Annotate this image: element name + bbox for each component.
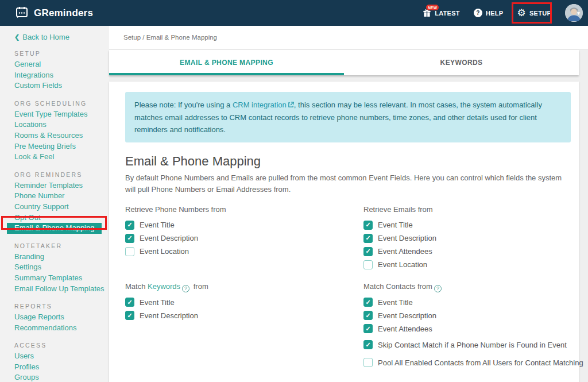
sidebar-item-email-phone-mapping[interactable]: Email & Phone Mapping bbox=[7, 223, 102, 234]
tab-keywords[interactable]: KEYWORDS bbox=[344, 50, 579, 75]
tab-email-phone-mapping[interactable]: EMAIL & PHONE MAPPING bbox=[109, 50, 344, 75]
group-label: Retrieve Phone Numbers from bbox=[125, 204, 363, 215]
sidebar-item-custom-fields[interactable]: Custom Fields bbox=[14, 80, 109, 91]
sidebar-item-groups[interactable]: Groups bbox=[14, 372, 109, 382]
breadcrumb-bar: Setup / Email & Phone Mapping bbox=[109, 26, 588, 49]
checkbox[interactable] bbox=[363, 247, 373, 256]
group-match-contacts: Match Contacts from? Event Title Event D… bbox=[363, 281, 588, 369]
sidebar-item-profiles[interactable]: Profiles bbox=[14, 362, 109, 373]
user-menu[interactable]: ▾ bbox=[565, 4, 580, 22]
tab-label: KEYWORDS bbox=[440, 59, 483, 67]
checkbox[interactable] bbox=[125, 298, 134, 307]
sidebar-item-email-follow-up-templates[interactable]: Email Follow Up Templates bbox=[14, 284, 109, 295]
checkbox[interactable] bbox=[125, 311, 134, 320]
checkbox-row-email-event-attendees[interactable]: Event Attendees bbox=[363, 245, 588, 258]
checkbox[interactable] bbox=[125, 221, 134, 230]
calendar-logo-icon bbox=[15, 5, 29, 21]
checkbox[interactable] bbox=[125, 234, 134, 243]
sidebar-item-country-support[interactable]: Country Support bbox=[14, 202, 109, 213]
checkbox[interactable] bbox=[363, 260, 373, 269]
checkbox-row-phone-event-title[interactable]: Event Title bbox=[125, 218, 363, 231]
help-icon: ? bbox=[474, 9, 482, 17]
label-text: from bbox=[191, 282, 208, 291]
tab-label: EMAIL & PHONE MAPPING bbox=[180, 59, 273, 67]
label-text: Match bbox=[125, 282, 148, 291]
sidebar-item-general[interactable]: General bbox=[14, 59, 109, 70]
checkbox-row-keywords-event-description[interactable]: Event Description bbox=[125, 309, 363, 322]
breadcrumb: Setup / Email & Phone Mapping bbox=[123, 34, 217, 41]
checkbox-row-phone-event-location[interactable]: Event Location bbox=[125, 245, 363, 258]
sidebar-item-settings[interactable]: Settings bbox=[14, 262, 109, 273]
section-header: REPORTS bbox=[14, 301, 109, 311]
sidebar-item-usage-reports[interactable]: Usage Reports bbox=[14, 312, 109, 323]
keywords-link[interactable]: Keywords bbox=[148, 282, 180, 291]
group-retrieve-emails: Retrieve Emails from Event Title Event D… bbox=[363, 204, 588, 271]
chevron-left-icon: ❮ bbox=[14, 33, 20, 41]
sidebar-section-org-reminders: ORG REMINDERS Reminder Templates Phone N… bbox=[14, 169, 109, 234]
checkbox[interactable] bbox=[125, 247, 134, 256]
checkbox-row-contacts-event-description[interactable]: Event Description bbox=[363, 309, 588, 322]
active-tab-underline bbox=[109, 73, 344, 75]
back-to-home-link[interactable]: ❮ Back to Home bbox=[14, 33, 109, 41]
checkbox[interactable] bbox=[363, 298, 373, 307]
sidebar-item-locations[interactable]: Locations bbox=[14, 119, 109, 130]
checkbox-label: Pool All Enabled Contacts from All Users… bbox=[378, 358, 583, 367]
checkbox-label: Event Description bbox=[140, 234, 198, 242]
checkbox[interactable] bbox=[363, 324, 373, 333]
label-text: Match Contacts from bbox=[363, 282, 432, 291]
checkbox[interactable] bbox=[363, 234, 373, 243]
checkbox-row-contacts-event-attendees[interactable]: Event Attendees bbox=[363, 322, 588, 335]
checkbox-row-pool-contacts[interactable]: Pool All Enabled Contacts from All Users… bbox=[363, 356, 588, 369]
sidebar-item-opt-out[interactable]: Opt Out bbox=[14, 213, 109, 223]
section-header: NOTETAKER bbox=[14, 241, 109, 251]
sidebar: ❮ Back to Home SETUP General Integration… bbox=[0, 26, 109, 382]
help-button[interactable]: ? HELP bbox=[474, 9, 504, 17]
mapping-groups: Retrieve Phone Numbers from Event Title … bbox=[125, 204, 571, 369]
sidebar-item-look-feel[interactable]: Look & Feel bbox=[14, 152, 109, 163]
sidebar-item-integrations[interactable]: Integrations bbox=[14, 70, 109, 81]
checkbox-row-skip-contact-match[interactable]: Skip Contact Match if a Phone Number is … bbox=[363, 338, 588, 352]
section-header: ACCESS bbox=[14, 340, 109, 350]
checkbox-row-keywords-event-title[interactable]: Event Title bbox=[125, 296, 363, 309]
content-area: Setup / Email & Phone Mapping EMAIL & PH… bbox=[109, 26, 588, 382]
gear-icon: ⚙ bbox=[517, 8, 526, 18]
sidebar-item-summary-templates[interactable]: Summary Templates bbox=[14, 273, 109, 284]
checkbox[interactable] bbox=[363, 340, 373, 349]
checkbox-row-email-event-description[interactable]: Event Description bbox=[363, 231, 588, 245]
help-circle-icon[interactable]: ? bbox=[182, 285, 189, 292]
sidebar-item-users[interactable]: Users bbox=[14, 351, 109, 362]
sidebar-item-phone-number[interactable]: Phone Number bbox=[14, 191, 109, 202]
group-label: Match Keywords? from bbox=[125, 281, 363, 292]
latest-label: LATEST bbox=[435, 10, 460, 17]
new-badge: NEW bbox=[426, 5, 439, 10]
setup-button[interactable]: ⚙ SETUP bbox=[517, 8, 551, 18]
checkbox-row-contacts-event-title[interactable]: Event Title bbox=[363, 296, 588, 309]
latest-button[interactable]: NEW LATEST bbox=[423, 9, 460, 17]
checkbox-row-email-event-title[interactable]: Event Title bbox=[363, 218, 588, 231]
tab-bar: EMAIL & PHONE MAPPING KEYWORDS bbox=[109, 50, 579, 75]
setup-label: SETUP bbox=[529, 10, 551, 17]
sidebar-item-recommendations[interactable]: Recommendations bbox=[14, 323, 109, 334]
crm-integration-link[interactable]: CRM integration bbox=[233, 101, 294, 109]
sidebar-item-branding[interactable]: Branding bbox=[14, 252, 109, 263]
page-description: By default Phone Numbers and Emails are … bbox=[125, 172, 571, 195]
sidebar-item-reminder-templates[interactable]: Reminder Templates bbox=[14, 180, 109, 191]
sidebar-item-event-type-templates[interactable]: Event Type Templates bbox=[14, 109, 109, 120]
section-header: ORG REMINDERS bbox=[14, 169, 109, 180]
help-circle-icon[interactable]: ? bbox=[434, 285, 442, 292]
external-link-icon bbox=[288, 99, 294, 111]
email-phone-mapping-panel: Please note: If you're using a CRM integ… bbox=[109, 82, 579, 382]
checkbox-label: Event Title bbox=[140, 298, 175, 307]
checkbox-label: Event Location bbox=[378, 260, 427, 269]
checkbox[interactable] bbox=[363, 311, 373, 320]
checkbox[interactable] bbox=[363, 221, 373, 230]
checkbox-row-email-event-location[interactable]: Event Location bbox=[363, 258, 588, 271]
brand-logo[interactable]: GReminders bbox=[15, 5, 93, 21]
sidebar-item-pre-meeting-briefs[interactable]: Pre Meeting Briefs bbox=[14, 141, 109, 152]
checkbox-row-phone-event-description[interactable]: Event Description bbox=[125, 231, 363, 245]
checkbox[interactable] bbox=[363, 358, 373, 367]
checkbox-label: Event Title bbox=[140, 221, 175, 229]
sidebar-item-rooms-resources[interactable]: Rooms & Resources bbox=[14, 130, 109, 141]
top-navbar: GReminders NEW LATEST ? HELP bbox=[0, 0, 588, 26]
sidebar-section-setup: SETUP General Integrations Custom Fields bbox=[14, 48, 109, 91]
